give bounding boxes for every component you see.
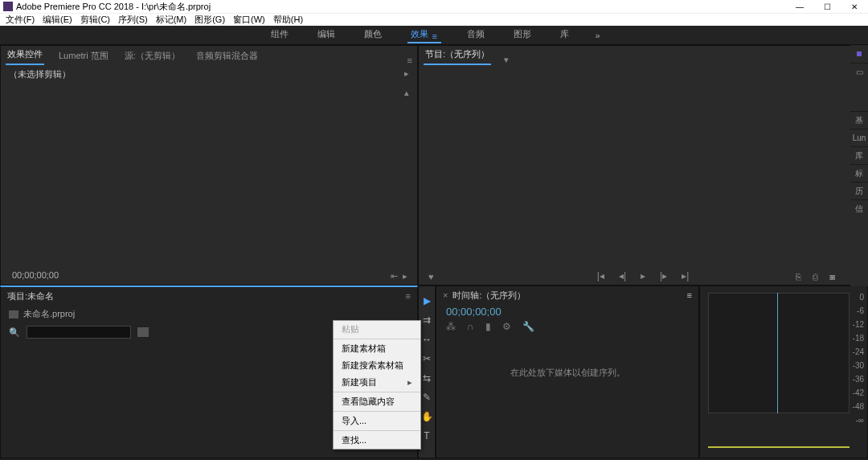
type-tool-icon[interactable]: T: [420, 429, 433, 442]
chevron-down-icon[interactable]: ▾: [504, 55, 509, 65]
timeline-panel: × 时间轴:（无序列） ≡ 00;00;00;00 ⁂ ∩ ▮ ⚙ 🔧 在此处放…: [436, 285, 699, 458]
source-tab-0[interactable]: 效果控件: [6, 45, 44, 65]
ctx-新建素材箱[interactable]: 新建素材箱: [334, 340, 420, 357]
source-panel-tabs: 效果控件Lumetri 范围源:（无剪辑）音频剪辑混合器≡: [1, 46, 417, 65]
step-fwd-icon[interactable]: |▸: [660, 270, 667, 281]
workspace-库[interactable]: 库: [557, 27, 572, 43]
program-panel: 节目:（无序列） ▾ ≡ 00;00;00;00 00;00;00;00 ♥ |…: [418, 45, 868, 285]
search-icon: 🔍: [9, 327, 20, 338]
ctx-新建搜索素材箱[interactable]: 新建搜索素材箱: [334, 357, 420, 374]
side-tab-基[interactable]: 基: [850, 111, 868, 129]
audio-tick: -24: [853, 347, 864, 356]
source-panel: 效果控件Lumetri 范围源:（无剪辑）音频剪辑混合器≡ （未选择剪辑） ▸ …: [0, 45, 418, 285]
audio-tick: -18: [853, 334, 864, 343]
program-tab[interactable]: 节目:（无序列）: [424, 45, 491, 65]
menu-窗口(W)[interactable]: 窗口(W): [229, 14, 269, 26]
workspace-overflow-icon[interactable]: »: [595, 31, 600, 40]
panel-menu-icon[interactable]: ≡: [406, 291, 411, 301]
no-clip-label: （未选择剪辑）: [9, 68, 71, 80]
ctx-查看隐藏内容[interactable]: 查看隐藏内容: [334, 393, 420, 410]
right-side-tabs: ▭ 基Lun库标历信: [850, 45, 868, 286]
audio-zoom-bar[interactable]: [708, 446, 850, 448]
snap-icon[interactable]: ⁂: [446, 321, 456, 332]
source-tab-1[interactable]: Lumetri 范围: [57, 47, 110, 65]
ctx-查找...[interactable]: 查找...: [334, 432, 420, 449]
side-indicator-icon: [857, 51, 862, 56]
audio-meter-panel: 0-6-12-18-24-30-36-42-48-∞: [699, 285, 868, 458]
playhead[interactable]: [777, 293, 778, 413]
side-tab-历[interactable]: 历: [850, 182, 868, 199]
bin-icon[interactable]: [137, 327, 149, 337]
workspace-组件[interactable]: 组件: [268, 27, 292, 43]
wrench-icon[interactable]: 🔧: [522, 321, 534, 332]
menu-序列(S)[interactable]: 序列(S): [114, 14, 152, 26]
panel-menu-icon[interactable]: ≡: [687, 290, 692, 300]
panel-menu-icon[interactable]: ≡: [407, 55, 412, 65]
workspace-颜色[interactable]: 颜色: [361, 27, 385, 43]
project-tab[interactable]: 项目:未命名: [7, 290, 54, 302]
slip-tool-icon[interactable]: ⇆: [420, 372, 433, 384]
selection-tool-icon[interactable]: ▶: [420, 294, 433, 307]
audio-tick: -∞: [853, 416, 864, 425]
workspace-bar: 组件编辑颜色效果≡音频图形库 »: [0, 26, 868, 45]
export-frame-icon[interactable]: ◙: [829, 272, 835, 281]
side-tab-标[interactable]: 标: [850, 164, 868, 182]
menu-标记(M)[interactable]: 标记(M): [152, 14, 191, 26]
timeline-timecode: 00;00;00;00: [436, 304, 698, 319]
lift-icon[interactable]: ⎘: [796, 272, 801, 281]
minimize-button[interactable]: —: [786, 0, 813, 13]
source-tab-2[interactable]: 源:（无剪辑）: [123, 47, 182, 65]
goto-out-icon[interactable]: ▸|: [682, 270, 689, 281]
extract-icon[interactable]: ⎙: [813, 272, 818, 281]
razor-tool-icon[interactable]: ✂: [420, 352, 433, 365]
window-title: Adobe Premiere Pro CC 2018 - I:\pr\未命名.p…: [16, 1, 211, 13]
hand-tool-icon[interactable]: ✋: [420, 410, 433, 423]
workspace-编辑[interactable]: 编辑: [314, 27, 338, 43]
timeline-tab[interactable]: 时间轴:（无序列）: [452, 290, 526, 302]
goto-in-icon[interactable]: |◂: [597, 270, 604, 281]
side-tab-信[interactable]: 信: [850, 199, 868, 217]
step-back-icon[interactable]: ◂|: [619, 270, 626, 281]
marker-add-icon[interactable]: ▮: [485, 321, 491, 332]
side-tab-Lun[interactable]: Lun: [850, 129, 868, 146]
track-select-tool-icon[interactable]: ⇉: [420, 314, 433, 327]
side-tab-folder-icon[interactable]: ▭: [850, 63, 868, 80]
workspace-效果[interactable]: 效果≡: [407, 27, 441, 43]
ripple-tool-icon[interactable]: ↔: [420, 333, 433, 346]
pen-tool-icon[interactable]: ✎: [420, 391, 433, 404]
menu-剪辑(C)[interactable]: 剪辑(C): [76, 14, 114, 26]
play-icon[interactable]: ▸: [641, 270, 645, 281]
ctx-粘贴: 粘贴: [334, 321, 420, 338]
maximize-button[interactable]: ☐: [813, 0, 841, 13]
close-button[interactable]: ✕: [841, 0, 868, 13]
menu-帮助(H)[interactable]: 帮助(H): [269, 14, 307, 26]
collapse-icon[interactable]: ▴: [404, 88, 409, 98]
menubar: 文件(F)编辑(E)剪辑(C)序列(S)标记(M)图形(G)窗口(W)帮助(H): [0, 13, 868, 26]
side-tab-库[interactable]: 库: [850, 146, 868, 164]
menu-图形(G)[interactable]: 图形(G): [190, 14, 229, 26]
close-panel-icon[interactable]: ×: [443, 290, 448, 300]
chevron-right-icon[interactable]: ▸: [404, 68, 409, 80]
transport-controls: |◂ ◂| ▸ |▸ ▸|: [597, 270, 690, 281]
audio-tick: -36: [853, 375, 864, 384]
ctx-新建项目[interactable]: 新建项目▸: [334, 374, 420, 391]
source-tab-3[interactable]: 音频剪辑混合器: [194, 47, 260, 65]
workspace-图形[interactable]: 图形: [510, 27, 534, 43]
marker-icon[interactable]: ♥: [428, 272, 434, 281]
audio-tick: -12: [853, 320, 864, 329]
linked-sel-icon[interactable]: ∩: [467, 321, 474, 332]
timeline-empty-message: 在此处放下媒体以创建序列。: [510, 366, 625, 378]
project-file-icon: [9, 310, 18, 318]
app-icon: [3, 2, 13, 11]
source-nav-icons[interactable]: ⇤▸: [391, 271, 407, 281]
source-timecode: 00;00;00;00: [12, 270, 59, 280]
settings-icon[interactable]: ⚙: [502, 321, 511, 332]
menu-文件(F)[interactable]: 文件(F): [2, 14, 39, 26]
ctx-导入...[interactable]: 导入...: [334, 413, 420, 429]
audio-track-area: [708, 293, 850, 413]
workspace-音频[interactable]: 音频: [464, 27, 488, 43]
menu-编辑(E)[interactable]: 编辑(E): [39, 14, 76, 26]
audio-tick: -30: [853, 361, 864, 370]
search-input[interactable]: [27, 326, 131, 339]
project-file-name: 未命名.prproj: [23, 308, 75, 320]
